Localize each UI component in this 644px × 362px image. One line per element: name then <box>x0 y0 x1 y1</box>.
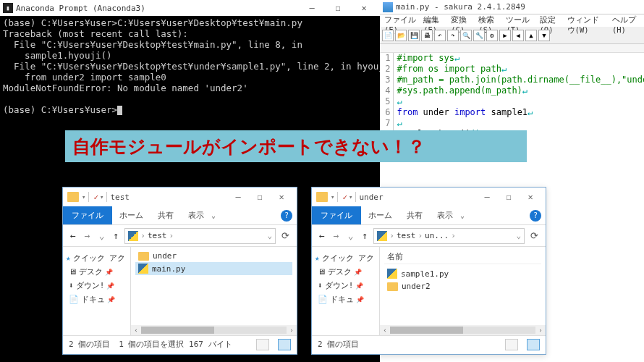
details-view-button[interactable] <box>505 339 518 350</box>
tab-share[interactable]: 共有 <box>151 206 181 224</box>
forward-button[interactable]: → <box>82 230 93 241</box>
toolbar-icon[interactable]: 🔧 <box>473 30 485 41</box>
file-item[interactable]: under2 <box>384 280 541 292</box>
menu-item[interactable]: 設定(O) <box>537 14 564 27</box>
chevron-down-icon[interactable]: ⌄ <box>516 231 521 240</box>
horizontal-scrollbar[interactable]: ‹› <box>131 325 297 335</box>
explorer-titlebar[interactable]: ▾ ✓ ▾ test — ☐ ✕ <box>63 188 297 206</box>
explorer-titlebar[interactable]: ▾ ✓ ▾ under — ☐ ✕ <box>312 188 546 206</box>
minimize-button[interactable]: — <box>476 192 498 202</box>
file-item[interactable]: under <box>135 250 292 262</box>
nav-documents[interactable]: 📄ドキュ📌 <box>64 292 129 306</box>
close-button[interactable]: ✕ <box>271 192 292 202</box>
breadcrumb-segment[interactable]: test <box>148 231 167 240</box>
toolbar-open-icon[interactable]: 📂 <box>395 30 407 41</box>
menu-item[interactable]: ファイル(F) <box>381 14 420 27</box>
menu-item[interactable]: 編集(E) <box>420 14 448 27</box>
chevron-down-icon[interactable]: ▾ <box>349 193 352 201</box>
navigation-pane[interactable]: ★クイック アク 🖥デスク📌 ⬇ダウン!📌 📄ドキュ📌 <box>63 247 131 335</box>
icons-view-button[interactable] <box>527 339 540 350</box>
pin-icon: 📌 <box>105 269 113 276</box>
file-list-pane[interactable]: undermain.py‹› <box>131 247 297 335</box>
menu-item[interactable]: 検索(S) <box>475 14 503 27</box>
minimize-button[interactable]: — <box>227 192 249 202</box>
menu-item[interactable]: 変換(C) <box>448 14 475 27</box>
toolbar-icon[interactable]: ⚙ <box>486 30 498 41</box>
maximize-button[interactable]: ☐ <box>325 3 351 13</box>
back-button[interactable]: ← <box>316 230 328 241</box>
history-chevron-icon[interactable]: ⌄ <box>345 230 357 241</box>
tab-file[interactable]: ファイル <box>312 206 361 224</box>
file-item[interactable]: sample1.py <box>384 267 541 280</box>
quick-access[interactable]: ★クイック アク <box>313 251 378 265</box>
refresh-button[interactable]: ⟳ <box>279 230 292 241</box>
toolbar-icon[interactable]: ◀ <box>512 30 524 41</box>
check-icon[interactable]: ✓ <box>342 193 347 202</box>
status-bar: 2 個の項目 1 個の項目を選択 167 バイト <box>63 335 297 353</box>
icons-view-button[interactable] <box>278 339 291 350</box>
breadcrumb-segment[interactable]: un... <box>425 231 449 240</box>
chevron-right-icon[interactable]: › <box>389 231 394 240</box>
chevron-down-icon[interactable]: ⌄ <box>267 231 272 240</box>
toolbar-print-icon[interactable]: 🖶 <box>421 30 433 41</box>
tab-share[interactable]: 共有 <box>399 206 430 224</box>
toolbar-icon[interactable]: ▲ <box>525 30 537 41</box>
chevron-down-icon[interactable]: ▾ <box>82 193 85 201</box>
toolbar-icon[interactable]: ▼ <box>538 30 550 41</box>
file-list-pane[interactable]: 名前 sample1.pyunder2‹› <box>380 247 546 335</box>
help-icon[interactable]: ? <box>530 210 541 222</box>
up-button[interactable]: ↑ <box>110 230 122 241</box>
refresh-button[interactable]: ⟳ <box>528 230 541 241</box>
address-box[interactable]: › test › ⌄ <box>124 228 276 244</box>
forward-button[interactable]: → <box>331 230 342 241</box>
menu-item[interactable]: ヘルプ(H) <box>609 14 643 27</box>
terminal-titlebar[interactable]: ▮ Anaconda Prompt (Anaconda3) — ☐ ✕ <box>0 0 380 16</box>
chevron-right-icon[interactable]: › <box>140 231 145 240</box>
chevron-right-icon[interactable]: › <box>451 231 456 240</box>
editor-titlebar[interactable]: main.py - sakura 2.4.1.2849 <box>380 0 644 14</box>
toolbar-undo-icon[interactable]: ↶ <box>434 30 446 41</box>
horizontal-scrollbar[interactable]: ‹› <box>380 325 546 335</box>
toolbar-search-icon[interactable]: 🔍 <box>460 30 472 41</box>
toolbar-redo-icon[interactable]: ↷ <box>447 30 459 41</box>
chevron-right-icon[interactable]: › <box>418 231 423 240</box>
chevron-down-icon[interactable]: ▾ <box>331 193 334 201</box>
up-button[interactable]: ↑ <box>359 230 370 241</box>
tab-home[interactable]: ホーム <box>112 206 151 224</box>
address-box[interactable]: › test › un... › ⌄ <box>373 228 525 244</box>
nav-documents[interactable]: 📄ドキュ📌 <box>313 292 378 306</box>
close-button[interactable]: ✕ <box>351 3 377 13</box>
menu-item[interactable]: ツール(T) <box>503 14 536 27</box>
toolbar-save-icon[interactable]: 💾 <box>408 30 420 41</box>
history-chevron-icon[interactable]: ⌄ <box>96 230 108 241</box>
toolbar-icon[interactable]: ▶ <box>499 30 511 41</box>
column-header-name[interactable]: 名前 <box>384 250 541 264</box>
tab-home[interactable]: ホーム <box>361 206 399 224</box>
breadcrumb-segment[interactable]: test <box>397 231 416 240</box>
tab-view[interactable]: 表示 <box>181 206 211 224</box>
details-view-button[interactable] <box>256 339 269 350</box>
toolbar-new-icon[interactable]: 📄 <box>382 30 394 41</box>
menu-item[interactable]: ウィンドウ(W) <box>564 14 609 27</box>
check-icon[interactable]: ✓ <box>93 193 98 202</box>
chevron-down-icon[interactable]: ▾ <box>100 193 103 201</box>
file-item[interactable]: main.py <box>135 262 292 275</box>
nav-downloads[interactable]: ⬇ダウン!📌 <box>313 279 378 292</box>
nav-downloads[interactable]: ⬇ダウン!📌 <box>64 279 129 292</box>
quick-access[interactable]: ★クイック アク <box>64 251 129 265</box>
back-button[interactable]: ← <box>67 230 79 241</box>
close-button[interactable]: ✕ <box>520 192 541 202</box>
tab-file[interactable]: ファイル <box>63 206 112 224</box>
maximize-button[interactable]: ☐ <box>498 192 520 202</box>
expand-ribbon-icon[interactable]: ⌄ <box>460 211 465 219</box>
navigation-pane[interactable]: ★クイック アク 🖥デスク📌 ⬇ダウン!📌 📄ドキュ📌 <box>312 247 380 335</box>
terminal-output[interactable]: (base) C:¥Users¥user>C:¥Users¥user¥Deskt… <box>0 16 380 117</box>
chevron-right-icon[interactable]: › <box>169 231 174 240</box>
nav-desktop[interactable]: 🖥デスク📌 <box>313 265 378 279</box>
expand-ribbon-icon[interactable]: ⌄ <box>211 211 216 219</box>
nav-desktop[interactable]: 🖥デスク📌 <box>64 265 129 279</box>
minimize-button[interactable]: — <box>299 3 325 13</box>
tab-view[interactable]: 表示 <box>430 206 460 224</box>
maximize-button[interactable]: ☐ <box>249 192 271 202</box>
help-icon[interactable]: ? <box>281 210 292 222</box>
